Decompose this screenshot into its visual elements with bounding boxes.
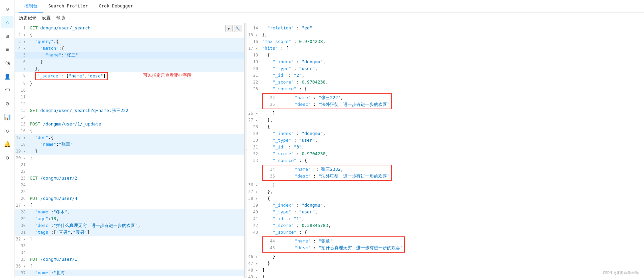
right-editor-pane[interactable]: 14 "relation" : "eq" 15 ▸ }, 16 "max_sco… [247,23,644,278]
line-content-16: { [28,128,244,134]
right-content-39: "_index" : "dongmu", [261,202,644,209]
right-line-23: 23 "_source" : { [247,86,644,92]
line-num-37: 37 [15,270,28,276]
right-content-26: } [261,110,644,117]
right-line-36: 36 ▸ } [247,182,644,188]
right-num-28: 28 [247,123,261,130]
code-line-36: 36 ▾ { [15,263,244,270]
right-num-46: 46 ▸ [247,253,261,260]
sidebar-icon-dashboard[interactable]: ⊞ [1,30,14,42]
code-line-7: 7 }, [15,65,244,72]
pane-divider[interactable]: ⋮ [244,23,247,278]
line-num-29: 29 [15,215,28,222]
line-num-21: 21 [15,161,28,168]
right-line-17: 17 ▾ "hits" : [ [247,45,644,52]
right-num-18: 18 [247,52,261,59]
right-num-20: 20 [247,65,261,72]
sidebar-icon-user[interactable]: 👤 [1,70,14,83]
run-button[interactable]: ▶ [225,25,233,32]
line-num-4: 4 ▾ [15,45,28,52]
line-content-23: GET /dongmu/user/2 [28,175,244,182]
sidebar-icon-bell[interactable]: 🔔 [1,138,14,150]
line-num-26: 26 [15,195,28,202]
right-content-21: "_id" : "2", [261,72,644,79]
code-line-12: 12 [15,100,244,107]
right-content-49: } [261,274,644,278]
right-content-45: "desc" : "拍什么真理无穷，进一步有进一步的欢喜" [278,245,403,251]
sidebar: ⊙ ⌂ ⊞ ≡ 🛍 👤 🏷 ⚙ 📊 ↻ 🔔 ⚙ [0,0,15,278]
right-num-47: 47 ▸ [247,260,261,267]
line-num-17: 17 ▾ [15,134,28,141]
sidebar-icon-chart[interactable]: 📊 [1,111,14,123]
line-content-19: } [28,148,244,155]
wrench-button[interactable]: 🔧 [234,25,241,32]
left-code-editor[interactable]: 1 GET dongmu/user/_search 2 ▾ { 3 ▾ "que… [15,23,244,278]
line-num-33: 33 [15,242,28,249]
code-line-13: 13 GET dongmu/user/_search?q=name:张三222 [15,107,244,114]
tab-console[interactable]: 控制台 [19,0,43,13]
right-line-18: 18 { [247,52,644,59]
code-line-1: 1 GET dongmu/user/_search [15,25,244,31]
code-line-19: 19 ▸ } [15,148,244,155]
right-num-29: 29 [247,130,261,137]
right-line-42: 42 "_score" : 0.38845783, [247,222,644,229]
right-line-29: 29 "_index" : "dongmu", [247,130,644,137]
top-nav: 控制台 Search Profiler Grok Debugger [15,0,644,13]
line-num-7: 7 [15,65,28,72]
line-content-5: "name":"张三" [28,52,244,59]
code-line-31: 31 "tags":["直男","暖男"] [15,229,244,236]
sidebar-icon-console[interactable]: ⌂ [1,16,14,28]
right-num-34: 34 [264,166,278,173]
toolbar-settings[interactable]: 设置 [42,15,51,21]
right-num-37: 37 ▸ [247,188,261,195]
right-content-14: "relation" : "eq" [261,25,644,31]
code-line-25: 25 [15,188,244,195]
right-content-32: "_score" : 0.9704238, [261,150,644,157]
sidebar-icon-list[interactable]: ≡ [1,43,14,55]
sidebar-icon-tag[interactable]: 🏷 [1,84,14,96]
line-num-2: 2 ▾ [15,31,28,38]
right-content-24: "name" : "张三222", [278,94,390,101]
left-editor-pane: ▶ 🔧 1 GET dongmu/user/_search 2 ▾ { 3 ▾ [15,23,244,278]
toolbar-help[interactable]: 帮助 [56,15,65,21]
toolbar-history[interactable]: 历史记录 [19,15,36,21]
line-num-32: 32 ▸ [15,236,28,242]
right-num-23: 23 [247,86,261,92]
line-num-24: 24 [15,182,28,188]
code-line-16: 16 { [15,128,244,134]
line-num-20: 20 ▸ [15,155,28,161]
line-content-26: PUT /dongmu/user/4 [28,195,244,202]
tab-grok-debugger[interactable]: Grok Debugger [93,1,138,12]
right-content-38: { [261,195,644,202]
right-num-16: 16 [247,38,261,45]
line-num-31: 31 [15,229,28,236]
right-num-32: 32 [247,150,261,157]
sidebar-icon-home[interactable]: ⊙ [1,3,14,15]
line-num-15: 15 [15,121,28,128]
right-content-34: "name" : 张三2332, [278,166,390,173]
sidebar-icon-shop[interactable]: 🛍 [1,57,14,69]
line-num-23: 23 [15,175,28,182]
right-num-19: 19 [247,59,261,65]
line-num-16: 16 [15,128,28,134]
line-content-1: GET dongmu/user/_search [28,25,244,31]
right-line-30: 30 "_type" : "user", [247,137,644,144]
sidebar-icon-settings[interactable]: ⚙ [1,152,14,164]
tab-search-profiler[interactable]: Search Profiler [43,1,93,12]
code-line-21: 21 [15,161,244,168]
line-num-34: 34 [15,249,28,256]
line-num-13: 13 [15,107,28,114]
right-content-47: } [261,260,644,267]
line-content-29: "age":18, [28,215,244,222]
line-content-6: } [28,59,244,65]
right-line-39: 39 "_index" : "dongmu", [247,202,644,209]
sidebar-icon-refresh[interactable]: ↻ [1,124,14,137]
line-content-8: "_source": ["name","desc"] [28,72,244,80]
line-content-4: "match":{ [28,45,244,52]
line-content-36: { [28,263,244,270]
right-line-21: 21 "_id" : "2", [247,72,644,79]
right-num-27: 27 ▸ [247,117,261,123]
right-line-44: 44 "name" : "张章", [264,238,403,245]
right-content-19: "_index" : "dongmu", [261,59,644,65]
sidebar-icon-gear2[interactable]: ⚙ [1,97,14,110]
